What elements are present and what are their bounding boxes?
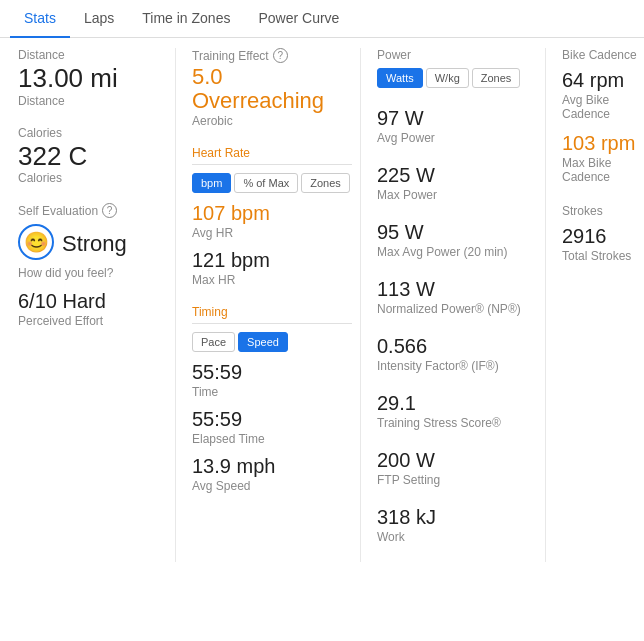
training-effect-title: Training Effect ? (192, 48, 352, 63)
te-sub: Aerobic (192, 114, 352, 128)
tab-stats[interactable]: Stats (10, 0, 70, 38)
elapsed-label: Elapsed Time (192, 432, 352, 446)
avg-speed-value: 13.9 mph (192, 454, 352, 478)
how-did-you-feel: How did you feel? (18, 266, 167, 280)
tss-value: 29.1 (377, 391, 537, 415)
avg-power-value: 97 W (377, 106, 537, 130)
col-distance-calories: Distance 13.00 mi Distance Calories 322 … (10, 48, 175, 562)
hr-title: Heart Rate (192, 146, 352, 160)
total-strokes-value: 2916 (562, 224, 644, 248)
bike-cadence-title: Bike Cadence (562, 48, 644, 62)
bike-cadence-section: Bike Cadence 64 rpm Avg Bike Cadence 103… (562, 48, 644, 184)
avg-hr-label: Avg HR (192, 226, 352, 240)
ftp-value: 200 W (377, 448, 537, 472)
training-effect-help-icon[interactable]: ? (273, 48, 288, 63)
distance-value: 13.00 mi (18, 64, 167, 93)
tss-section: 29.1 Training Stress Score® (377, 391, 537, 430)
avg-cadence-value: 64 rpm (562, 68, 644, 92)
calories-sub: Calories (18, 171, 167, 185)
max-avg-power-label: Max Avg Power (20 min) (377, 245, 537, 259)
time-label: Time (192, 385, 352, 399)
effort-value: 6/10 Hard (18, 290, 167, 313)
max-power-section: 225 W Max Power (377, 163, 537, 202)
strong-emoji-icon: 😊 (18, 224, 54, 260)
self-eval-help-icon[interactable]: ? (102, 203, 117, 218)
tab-laps[interactable]: Laps (70, 0, 128, 38)
max-power-label: Max Power (377, 188, 537, 202)
ftp-section: 200 W FTP Setting (377, 448, 537, 487)
work-value: 318 kJ (377, 505, 537, 529)
max-hr-value: 121 bpm (192, 248, 352, 272)
tab-time-in-zones[interactable]: Time in Zones (128, 0, 244, 38)
col-training-hr: Training Effect ? 5.0 Overreaching Aerob… (175, 48, 360, 562)
timing-title: Timing (192, 305, 352, 319)
norm-power-section: 113 W Normalized Power® (NP®) (377, 277, 537, 316)
work-label: Work (377, 530, 537, 544)
time-value: 55:59 (192, 360, 352, 384)
self-eval-title: Self Evaluation ? (18, 203, 167, 218)
hr-btn-group: bpm % of Max Zones (192, 173, 352, 193)
speed-btn[interactable]: Speed (238, 332, 288, 352)
heart-rate-section: Heart Rate bpm % of Max Zones 107 bpm Av… (192, 146, 352, 287)
col-cadence: Bike Cadence 64 rpm Avg Bike Cadence 103… (545, 48, 644, 562)
calories-title: Calories (18, 126, 167, 140)
ftp-label: FTP Setting (377, 473, 537, 487)
te-value: 5.0 Overreaching (192, 65, 352, 113)
max-cadence-value: 103 rpm (562, 131, 644, 155)
tab-power-curve[interactable]: Power Curve (244, 0, 353, 38)
avg-power-label: Avg Power (377, 131, 537, 145)
distance-title: Distance (18, 48, 167, 62)
if-label: Intensity Factor® (IF®) (377, 359, 537, 373)
max-cadence-label: Max Bike Cadence (562, 156, 644, 184)
power-title: Power (377, 48, 537, 62)
self-eval-section: Self Evaluation ? 😊 Strong How did you f… (18, 203, 167, 328)
power-section: Power Watts W/kg Zones (377, 48, 537, 88)
if-value: 0.566 (377, 334, 537, 358)
distance-section: Distance 13.00 mi Distance (18, 48, 167, 108)
elapsed-value: 55:59 (192, 407, 352, 431)
tabs-bar: Stats Laps Time in Zones Power Curve (0, 0, 644, 38)
strokes-title: Strokes (562, 204, 644, 218)
distance-sub: Distance (18, 94, 167, 108)
avg-cadence-label: Avg Bike Cadence (562, 93, 644, 121)
hr-bpm-btn[interactable]: bpm (192, 173, 231, 193)
training-effect-section: Training Effect ? 5.0 Overreaching Aerob… (192, 48, 352, 128)
norm-power-label: Normalized Power® (NP®) (377, 302, 537, 316)
total-strokes-label: Total Strokes (562, 249, 644, 263)
power-zones-btn[interactable]: Zones (472, 68, 521, 88)
tss-label: Training Stress Score® (377, 416, 537, 430)
timing-btn-group: Pace Speed (192, 332, 352, 352)
pace-btn[interactable]: Pace (192, 332, 235, 352)
col-power: Power Watts W/kg Zones 97 W Avg Power 22… (360, 48, 545, 562)
calories-value: 322 C (18, 142, 167, 171)
calories-section: Calories 322 C Calories (18, 126, 167, 186)
watts-btn[interactable]: Watts (377, 68, 423, 88)
max-hr-label: Max HR (192, 273, 352, 287)
max-power-value: 225 W (377, 163, 537, 187)
strokes-section: Strokes 2916 Total Strokes (562, 204, 644, 263)
avg-power-section: 97 W Avg Power (377, 106, 537, 145)
strong-label: Strong (62, 231, 127, 257)
avg-hr-value: 107 bpm (192, 201, 352, 225)
power-btn-group: Watts W/kg Zones (377, 68, 537, 88)
max-avg-power-value: 95 W (377, 220, 537, 244)
norm-power-value: 113 W (377, 277, 537, 301)
effort-sub: Perceived Effort (18, 314, 167, 328)
wkg-btn[interactable]: W/kg (426, 68, 469, 88)
stats-content: Distance 13.00 mi Distance Calories 322 … (0, 38, 644, 572)
timing-section: Timing Pace Speed 55:59 Time 55:59 Elaps… (192, 305, 352, 493)
max-avg-power-section: 95 W Max Avg Power (20 min) (377, 220, 537, 259)
if-section: 0.566 Intensity Factor® (IF®) (377, 334, 537, 373)
avg-speed-label: Avg Speed (192, 479, 352, 493)
work-section: 318 kJ Work (377, 505, 537, 544)
hr-pct-max-btn[interactable]: % of Max (234, 173, 298, 193)
hr-zones-btn[interactable]: Zones (301, 173, 350, 193)
